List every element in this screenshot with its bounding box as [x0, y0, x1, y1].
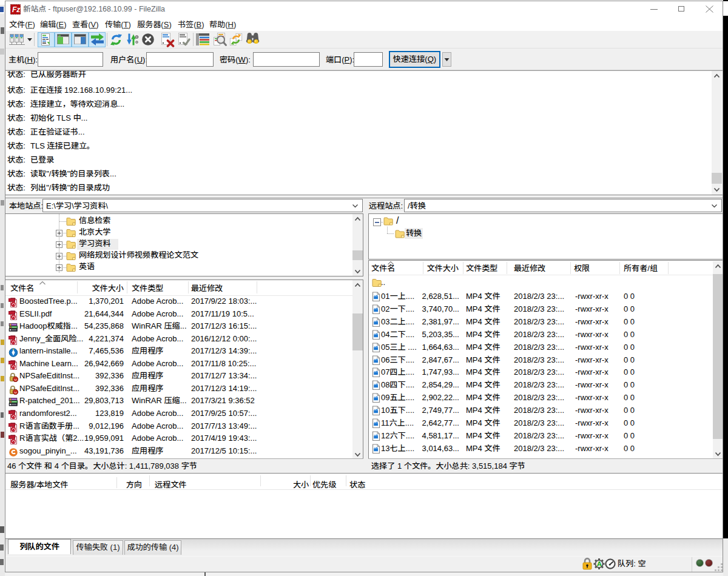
svg-text:Fz: Fz — [12, 5, 20, 14]
svg-text:A: A — [597, 560, 602, 568]
